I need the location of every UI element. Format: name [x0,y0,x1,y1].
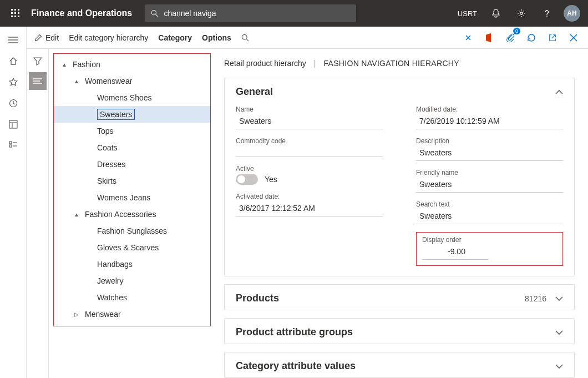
list-toggle-icon[interactable] [29,72,47,90]
chevron-down-icon [555,330,563,335]
action-search-icon[interactable] [240,32,250,44]
search-icon [151,9,158,17]
svg-line-10 [156,14,158,17]
tree-node-item[interactable]: Jewelry [54,273,210,289]
svg-point-11 [520,12,523,14]
tree-node-item[interactable]: Handbags [54,256,210,273]
filter-icon[interactable] [29,52,47,70]
products-header[interactable]: Products 81216 [225,285,574,310]
pencil-icon [34,34,42,42]
company-picker[interactable]: USRT [452,9,483,18]
category-attribute-values-section: Category attribute values [224,352,575,378]
tree-node-item[interactable]: Dresses [54,156,210,173]
field-name: Name Sweaters [236,105,383,129]
edit-hierarchy-button[interactable]: Edit category hierarchy [68,31,149,44]
tree-node-group[interactable]: ▲Womenswear [54,73,210,89]
field-search-text: Search text Sweaters [416,200,563,224]
connector-icon[interactable] [460,30,476,46]
products-section: Products 81216 [224,284,575,310]
edit-label: Edit [45,33,59,42]
home-icon[interactable] [2,51,24,71]
svg-line-25 [246,39,249,41]
modified-date-value[interactable]: 7/26/2019 10:12:59 AM [416,114,563,129]
workspaces-icon[interactable] [2,114,24,134]
name-input[interactable]: Sweaters [236,114,383,129]
breadcrumb-separator: | [314,59,316,68]
settings-icon[interactable] [509,0,534,27]
svg-rect-22 [9,145,12,147]
tree-node-item-selected[interactable]: Sweaters [54,106,210,123]
attachments-icon[interactable]: 0 [503,30,518,46]
category-attribute-values-header[interactable]: Category attribute values [225,352,574,377]
modules-icon[interactable] [2,135,24,155]
svg-rect-6 [11,16,13,17]
svg-point-12 [546,16,548,17]
field-display-order: Display order -9.00 [416,232,563,266]
top-bar: Finance and Operations USRT AH [0,0,588,27]
caret-down-icon: ▲ [73,78,80,84]
options-tab[interactable]: Options [201,31,232,44]
category-tab[interactable]: Category [157,31,193,44]
field-activated-date: Activated date: 3/6/2017 12:12:52 AM [236,193,383,216]
commodity-input[interactable] [236,146,383,157]
tree-node-item[interactable]: Womens Shoes [54,89,210,106]
tree-node-item[interactable]: Coats [54,139,210,156]
tree-node-item[interactable]: Watches [54,289,210,306]
svg-rect-5 [18,12,19,14]
category-tree: ▲Fashion ▲Womenswear Womens Shoes Sweate… [53,53,211,326]
tree-node-root[interactable]: ▲Fashion [54,56,210,73]
attachments-badge: 0 [513,28,520,34]
app-title: Finance and Operations [31,8,132,18]
global-search-input[interactable] [164,9,351,18]
search-text-input[interactable]: Sweaters [416,209,563,224]
general-title: General [236,86,273,98]
tree-node-item[interactable]: Womens Jeans [54,189,210,206]
tree-node-item[interactable]: Fashion Sunglasses [54,223,210,239]
notifications-icon[interactable] [484,0,508,27]
caret-down-icon: ▲ [73,211,80,218]
recent-icon[interactable] [2,93,24,113]
friendly-name-input[interactable]: Sweaters [416,178,563,193]
popout-icon[interactable] [545,30,560,46]
svg-rect-7 [14,16,16,17]
active-toggle[interactable] [236,174,258,185]
product-attribute-groups-header[interactable]: Product attribute groups [225,319,574,344]
chevron-up-icon [555,89,563,95]
activated-date-value[interactable]: 3/6/2017 12:12:52 AM [236,201,383,216]
office-icon[interactable] [481,30,497,46]
app-launcher-icon[interactable] [4,0,27,27]
products-count: 81216 [525,294,546,303]
svg-rect-8 [18,16,19,17]
close-icon[interactable] [566,30,581,46]
general-header[interactable]: General [225,78,574,103]
user-avatar[interactable]: AH [564,5,580,22]
active-toggle-label: Yes [265,175,277,184]
tree-node-item[interactable]: Gloves & Scarves [54,239,210,256]
product-attribute-groups-section: Product attribute groups [224,318,575,344]
display-order-input[interactable]: -9.00 [422,245,489,260]
field-commodity: Commodity code [236,137,383,157]
refresh-icon[interactable] [524,30,539,46]
edit-button[interactable]: Edit [33,31,60,44]
action-bar: Edit Edit category hierarchy Category Op… [27,27,588,49]
nav-expand-icon[interactable] [2,30,24,50]
svg-point-24 [242,34,247,39]
tree-node-group[interactable]: ▷Menswear [54,306,210,322]
svg-rect-20 [9,142,12,144]
global-search[interactable] [145,4,356,22]
chevron-down-icon [555,364,563,369]
description-input[interactable]: Sweaters [416,146,563,161]
caret-down-icon: ▲ [60,62,68,68]
detail-pane: Retail product hierarchy | FASHION NAVIG… [215,49,588,378]
favorites-icon[interactable] [2,72,24,92]
field-active: Active Yes [236,165,383,185]
chevron-down-icon [555,296,563,301]
tree-node-item[interactable]: Skirts [54,173,210,189]
products-title: Products [236,293,279,304]
nav-rail [0,27,27,378]
tree-node-item[interactable]: Tops [54,123,210,139]
help-icon[interactable] [535,0,559,27]
breadcrumb: Retail product hierarchy | FASHION NAVIG… [224,59,575,68]
tree-node-group[interactable]: ▲Fashion Accessories [54,206,210,223]
breadcrumb-item[interactable]: Retail product hierarchy [224,59,306,68]
